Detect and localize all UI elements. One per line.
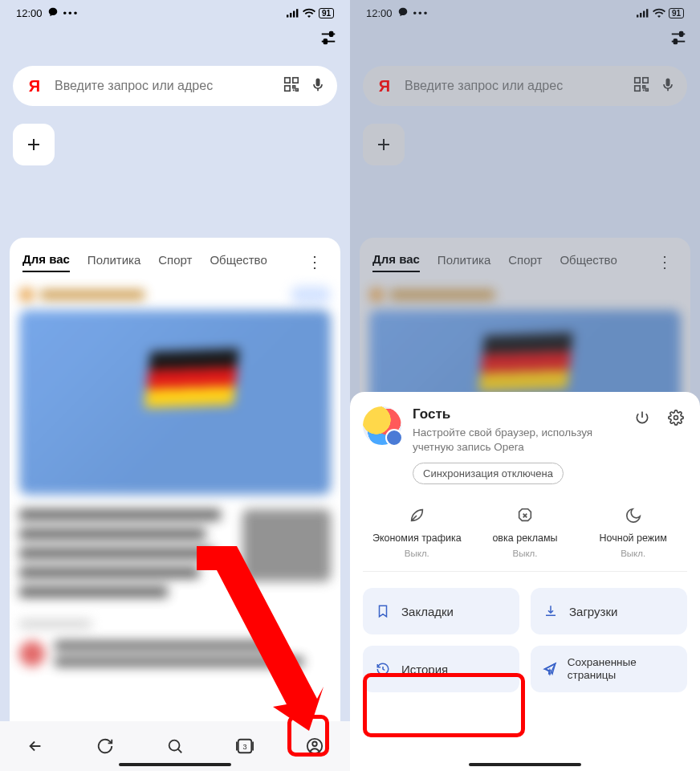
feed-content-blurred bbox=[10, 283, 340, 667]
moon-icon bbox=[621, 504, 645, 528]
svg-text:3: 3 bbox=[243, 743, 247, 751]
tab-politics[interactable]: Политика bbox=[88, 253, 140, 271]
settings-icon[interactable] bbox=[665, 406, 687, 429]
svg-rect-9 bbox=[293, 78, 298, 83]
avatar[interactable] bbox=[363, 406, 401, 445]
tile-bookmarks[interactable]: Закладки bbox=[363, 588, 519, 634]
profile-sheet: Гость Настройте свой браузер, используя … bbox=[350, 392, 700, 771]
more-icon: ••• bbox=[63, 7, 79, 19]
tab-for-you[interactable]: Для вас bbox=[22, 252, 70, 272]
qr-icon[interactable] bbox=[283, 75, 300, 96]
download-icon bbox=[542, 604, 560, 618]
home-indicator bbox=[469, 763, 581, 766]
leaf-icon bbox=[405, 504, 429, 528]
right-screenshot: 12:00 ••• 91 Я Д bbox=[350, 0, 700, 771]
mode-night[interactable]: Ночной режим Выкл. bbox=[585, 504, 682, 558]
svg-rect-1 bbox=[290, 13, 291, 18]
profile-description: Настройте свой браузер, используя учетну… bbox=[413, 426, 620, 455]
svg-point-33 bbox=[674, 416, 678, 420]
wifi-icon bbox=[303, 8, 315, 18]
left-screenshot: 12:00 ••• 91 Я Д bbox=[0, 0, 350, 771]
svg-rect-10 bbox=[285, 86, 290, 91]
search-bar[interactable]: Я bbox=[13, 66, 337, 106]
svg-rect-2 bbox=[293, 11, 295, 18]
mic-icon[interactable] bbox=[310, 76, 326, 96]
history-icon bbox=[374, 662, 392, 676]
status-bar: 12:00 ••• 91 bbox=[0, 0, 350, 26]
back-button[interactable] bbox=[19, 730, 51, 762]
svg-rect-3 bbox=[296, 9, 298, 17]
search-button[interactable] bbox=[159, 730, 191, 762]
svg-rect-6 bbox=[330, 32, 333, 37]
svg-rect-8 bbox=[285, 78, 290, 83]
profile-name: Гость bbox=[413, 406, 620, 422]
yandex-logo-icon: Я bbox=[24, 75, 45, 96]
svg-point-13 bbox=[169, 740, 180, 751]
svg-rect-0 bbox=[287, 14, 288, 17]
battery-icon: 91 bbox=[319, 8, 334, 18]
tile-downloads[interactable]: Загрузки bbox=[531, 588, 687, 634]
news-feed: Для вас Политика Спорт Общество ⋮ bbox=[10, 238, 340, 771]
plane-icon bbox=[542, 662, 558, 676]
svg-line-14 bbox=[178, 749, 182, 753]
add-tile-button[interactable] bbox=[13, 124, 55, 165]
chat-icon bbox=[47, 6, 59, 20]
search-input[interactable] bbox=[55, 79, 273, 93]
mode-data-savings[interactable]: Экономия трафика Выкл. bbox=[368, 504, 465, 558]
sliders-icon[interactable] bbox=[319, 29, 337, 50]
shield-x-icon bbox=[513, 504, 537, 528]
bookmark-icon bbox=[374, 604, 392, 618]
tabs-button[interactable]: 3 bbox=[229, 730, 261, 762]
tab-society[interactable]: Общество bbox=[210, 253, 267, 271]
sync-status-button[interactable]: Синхронизация отключена bbox=[413, 463, 564, 484]
tabs-menu-icon[interactable]: ⋮ bbox=[302, 249, 328, 275]
reload-button[interactable] bbox=[89, 730, 121, 762]
mode-ad-block[interactable]: овка рекламы Выкл. bbox=[477, 504, 573, 558]
svg-point-18 bbox=[313, 742, 318, 747]
tile-history[interactable]: История bbox=[363, 646, 519, 692]
clock: 12:00 bbox=[16, 7, 43, 19]
tab-sports[interactable]: Спорт bbox=[158, 253, 192, 271]
profile-button[interactable] bbox=[299, 730, 331, 762]
signal-icon bbox=[287, 8, 299, 18]
power-icon[interactable] bbox=[631, 406, 653, 429]
svg-rect-7 bbox=[324, 39, 328, 44]
tile-saved-pages[interactable]: Сохраненные страницы bbox=[531, 646, 687, 692]
home-indicator bbox=[119, 763, 231, 766]
